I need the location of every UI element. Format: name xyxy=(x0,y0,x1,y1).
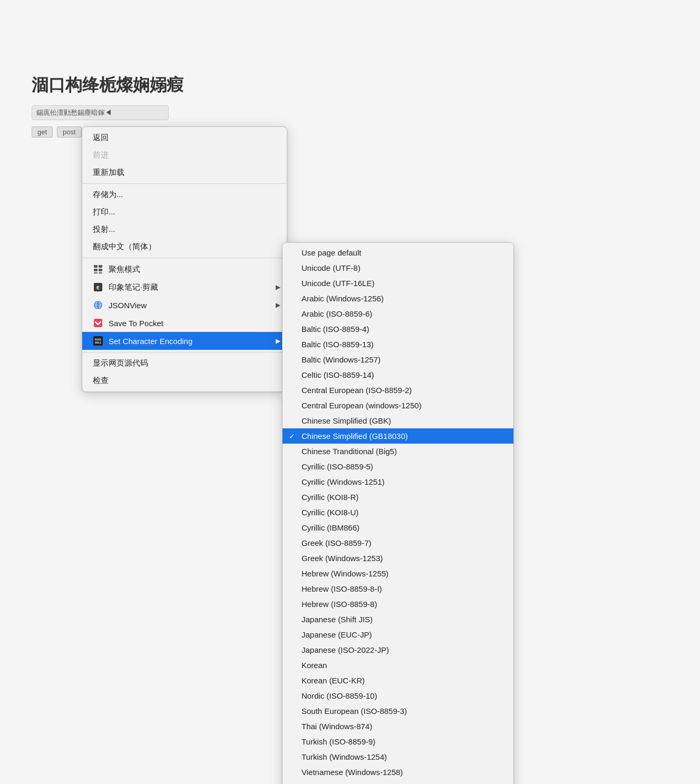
menu-separator xyxy=(82,352,287,352)
menu-item-focus[interactable]: 聚焦模式 xyxy=(82,260,287,278)
page-title: 涸口构绛栀燦娴嫋瘕 xyxy=(32,74,183,97)
menu-item-cast[interactable]: 投射... xyxy=(82,221,287,238)
jsonview-icon xyxy=(93,300,103,310)
encoding-item-south-european[interactable]: South European (ISO-8859-3) xyxy=(283,703,513,719)
encoding-item-chinese-gbk[interactable]: Chinese Simplified (GBK) xyxy=(283,413,513,428)
menu-item-save-as[interactable]: 存储为... xyxy=(82,186,287,203)
encoding-item-label-cyrillic-win: Cyrillic (Windows-1251) xyxy=(302,477,385,486)
encoding-item-cyrillic-koi8u[interactable]: Cyrillic (KOI8-U) xyxy=(283,505,513,520)
encoding-item-utf8[interactable]: Unicode (UTF-8) xyxy=(283,260,513,276)
encoding-item-label-korean-euc: Korean (EUC-KR) xyxy=(302,676,365,685)
encoding-item-label-cyrillic-iso: Cyrillic (ISO-8859-5) xyxy=(302,462,373,471)
encoding-item-arabic-1256[interactable]: Arabic (Windows-1256) xyxy=(283,291,513,306)
tag-get: get xyxy=(32,126,53,138)
svg-text:E: E xyxy=(96,285,100,290)
evernote-icon: E xyxy=(93,282,103,292)
encoding-item-label-vietnamese: Vietnamese (Windows-1258) xyxy=(302,768,403,777)
encoding-item-label-arabic-1256: Arabic (Windows-1256) xyxy=(302,294,384,303)
encoding-item-label-hebrew-iso: Hebrew (ISO-8859-8) xyxy=(302,600,377,609)
encoding-item-central-iso[interactable]: Central European (ISO-8859-2) xyxy=(283,383,513,398)
menu-separator xyxy=(82,183,287,184)
encoding-item-label-celtic: Celtic (ISO-8859-14) xyxy=(302,370,374,379)
menu-item-reload[interactable]: 重新加载 xyxy=(82,164,287,181)
menu-item-forward[interactable]: 前进 xyxy=(82,146,287,164)
encoding-item-vietnamese[interactable]: Vietnamese (Windows-1258) xyxy=(283,765,513,780)
menu-item-label-translate: 翻成中文（简体） xyxy=(93,242,156,252)
encoding-item-korean[interactable]: Korean xyxy=(283,658,513,673)
menu-item-pocket[interactable]: Save To Pocket xyxy=(82,314,287,332)
encoding-item-chinese-big5[interactable]: Chinese Tranditional (Big5) xyxy=(283,444,513,459)
encoding-item-nordic[interactable]: Nordic (ISO-8859-10) xyxy=(283,688,513,703)
encoding-item-celtic[interactable]: Celtic (ISO-8859-14) xyxy=(283,367,513,383)
encoding-item-greek-iso[interactable]: Greek (ISO-8859-7) xyxy=(283,535,513,551)
encoding-item-label-baltic-iso13: Baltic (ISO-8859-13) xyxy=(302,340,374,349)
svg-rect-1 xyxy=(99,265,102,268)
menu-item-label-pocket: Save To Pocket xyxy=(109,319,163,328)
encoding-item-baltic-iso13[interactable]: Baltic (ISO-8859-13) xyxy=(283,337,513,352)
encoding-item-cyrillic-ibm[interactable]: Cyrillic (IBM866) xyxy=(283,520,513,535)
encoding-item-utf16le[interactable]: Unicode (UTF-16LE) xyxy=(283,276,513,291)
encoding-item-label-baltic-iso4: Baltic (ISO-8859-4) xyxy=(302,325,369,334)
encoding-submenu: Use page defaultUnicode (UTF-8)Unicode (… xyxy=(282,242,514,784)
encoding-item-baltic-win[interactable]: Baltic (Windows-1257) xyxy=(283,352,513,367)
svg-rect-3 xyxy=(99,269,102,271)
encoding-item-western-iso[interactable]: Western (ISO-8859-15) xyxy=(283,780,513,784)
encoding-item-turkish-iso[interactable]: Turkish (ISO-8859-9) xyxy=(283,734,513,749)
svg-rect-13 xyxy=(94,319,102,327)
encoding-item-japanese-iso[interactable]: Japanese (ISO-2022-JP) xyxy=(283,642,513,658)
menu-item-view-source[interactable]: 显示网页源代码 xyxy=(82,355,287,372)
encoding-item-cyrillic-iso[interactable]: Cyrillic (ISO-8859-5) xyxy=(283,459,513,474)
encoding-item-greek-win[interactable]: Greek (Windows-1253) xyxy=(283,551,513,566)
encoding-item-label-central-iso: Central European (ISO-8859-2) xyxy=(302,386,412,395)
menu-item-label-jsonview: JSONView xyxy=(109,301,147,310)
encoding-item-central-win[interactable]: Central European (windows-1250) xyxy=(283,398,513,413)
encoding-item-label-arabic-iso: Arabic (ISO-8859-6) xyxy=(302,309,372,318)
encoding-item-arabic-iso[interactable]: Arabic (ISO-8859-6) xyxy=(283,306,513,321)
encoding-item-cyrillic-win[interactable]: Cyrillic (Windows-1251) xyxy=(283,474,513,489)
menu-item-encoding[interactable]: 0101 0011 Set Character Encoding▶ xyxy=(82,332,287,350)
menu-item-translate[interactable]: 翻成中文（简体） xyxy=(82,238,287,256)
menu-item-label-reload: 重新加载 xyxy=(93,168,124,178)
menu-item-evernote[interactable]: E 印象笔记·剪藏▶ xyxy=(82,278,287,296)
encoding-item-hebrew-iso[interactable]: Hebrew (ISO-8859-8) xyxy=(283,596,513,612)
encoding-item-label-japanese-eucjp: Japanese (EUC-JP) xyxy=(302,630,372,639)
encoding-item-label-thai: Thai (Windows-874) xyxy=(302,722,372,731)
tag-post: post xyxy=(57,126,82,138)
menu-item-back[interactable]: 返回 xyxy=(82,129,287,146)
submenu-arrow-evernote: ▶ xyxy=(276,283,280,291)
encoding-item-chinese-gb18030[interactable]: ✓Chinese Simplified (GB18030) xyxy=(283,428,513,444)
menu-item-label-cast: 投射... xyxy=(93,224,115,234)
encoding-item-thai[interactable]: Thai (Windows-874) xyxy=(283,719,513,734)
encoding-item-japanese-shiftjis[interactable]: Japanese (Shift JIS) xyxy=(283,612,513,627)
encoding-icon: 0101 0011 xyxy=(93,336,103,346)
encoding-item-label-turkish-win: Turkish (Windows-1254) xyxy=(302,752,387,761)
encoding-item-label-south-european: South European (ISO-8859-3) xyxy=(302,707,407,716)
encoding-item-japanese-eucjp[interactable]: Japanese (EUC-JP) xyxy=(283,627,513,642)
encoding-item-baltic-iso4[interactable]: Baltic (ISO-8859-4) xyxy=(283,321,513,337)
encoding-item-hebrew-win[interactable]: Hebrew (Windows-1255) xyxy=(283,566,513,581)
checkmark-icon: ✓ xyxy=(289,432,295,440)
encoding-item-label-chinese-big5: Chinese Tranditional (Big5) xyxy=(302,447,397,456)
encoding-item-cyrillic-koi8r[interactable]: Cyrillic (KOI8-R) xyxy=(283,489,513,505)
menu-item-label-forward: 前进 xyxy=(93,150,109,160)
encoding-item-label-korean: Korean xyxy=(302,661,327,670)
menu-item-label-back: 返回 xyxy=(93,133,109,143)
encoding-item-hebrew-iso-i[interactable]: Hebrew (ISO-8859-8-I) xyxy=(283,581,513,596)
encoding-item-page-default[interactable]: Use page default xyxy=(283,245,513,260)
encoding-item-label-greek-iso: Greek (ISO-8859-7) xyxy=(302,538,372,547)
encoding-item-korean-euc[interactable]: Korean (EUC-KR) xyxy=(283,673,513,688)
focus-icon xyxy=(93,264,103,275)
encoding-item-turkish-win[interactable]: Turkish (Windows-1254) xyxy=(283,749,513,765)
svg-rect-5 xyxy=(99,272,102,273)
menu-item-label-focus: 聚焦模式 xyxy=(109,264,140,275)
encoding-item-label-utf8: Unicode (UTF-8) xyxy=(302,263,361,272)
menu-item-print[interactable]: 打印... xyxy=(82,203,287,221)
pocket-icon xyxy=(93,318,103,328)
encoding-item-label-cyrillic-koi8r: Cyrillic (KOI8-R) xyxy=(302,493,358,502)
submenu-arrow-jsonview: ▶ xyxy=(276,301,280,309)
svg-rect-4 xyxy=(94,272,98,273)
encoding-item-label-chinese-gbk: Chinese Simplified (GBK) xyxy=(302,416,391,425)
menu-item-inspect[interactable]: 检查 xyxy=(82,372,287,389)
menu-item-jsonview[interactable]: JSONView▶ xyxy=(82,296,287,314)
encoding-item-label-japanese-iso: Japanese (ISO-2022-JP) xyxy=(302,645,389,654)
